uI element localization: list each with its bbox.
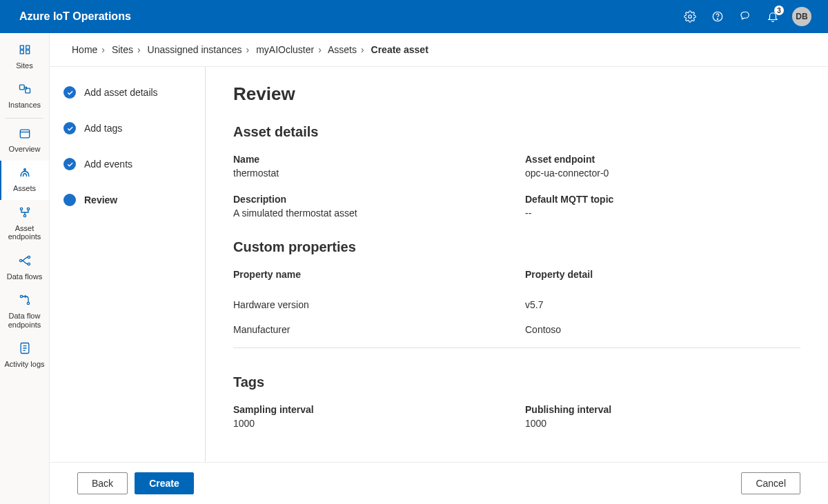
rail-label: Sites [16, 61, 32, 70]
notification-badge: 3 [774, 6, 784, 15]
current-step-icon [63, 194, 76, 206]
custom-prop-name: Hardware version [233, 292, 509, 317]
activity-logs-icon [18, 341, 32, 360]
svg-point-9 [23, 214, 26, 216]
svg-point-14 [27, 303, 29, 305]
rail-label: Assets [13, 184, 36, 193]
app-header: Azure IoT Operations 3 DB [0, 0, 828, 33]
dataflow-endpoints-icon [18, 293, 32, 312]
data-flows-icon [18, 254, 32, 272]
crumb-unassigned[interactable]: Unassigned instances [148, 44, 242, 55]
field-name: Name thermostat [233, 154, 509, 179]
step-label: Add tags [84, 123, 122, 134]
svg-point-6 [23, 169, 26, 171]
rail-item-overview[interactable]: Overview [0, 121, 49, 161]
assets-icon [18, 166, 32, 185]
crumb-home[interactable]: Home [72, 44, 97, 55]
overview-icon [18, 127, 32, 145]
field-publishing-interval: Publishing interval 1000 [525, 404, 800, 429]
help-icon[interactable] [704, 0, 731, 33]
svg-rect-5 [20, 130, 29, 138]
asset-endpoints-icon [18, 205, 32, 224]
page-title: Review [233, 83, 800, 105]
step-label: Review [84, 194, 117, 205]
field-sampling-interval: Sampling interval 1000 [233, 404, 509, 429]
svg-rect-4 [25, 88, 30, 93]
svg-point-12 [28, 263, 30, 265]
check-icon [63, 158, 76, 170]
svg-point-13 [20, 296, 22, 298]
avatar[interactable]: DB [792, 7, 811, 26]
wizard-footer: Back Create Cancel [50, 462, 828, 504]
svg-point-7 [20, 208, 22, 210]
step-add-asset-details[interactable]: Add asset details [63, 86, 191, 99]
custom-prop-name: Manufacturer [233, 317, 509, 342]
rail-item-sites[interactable]: Sites [0, 37, 49, 77]
custom-prop-detail: Contoso [525, 317, 800, 342]
rail-item-dataflow-endpoints[interactable]: Data flow endpoints [0, 288, 49, 336]
instances-icon [18, 82, 32, 101]
check-icon [63, 86, 76, 99]
settings-icon[interactable] [676, 0, 704, 33]
svg-point-0 [689, 15, 692, 19]
rail-label: Data flows [7, 272, 42, 281]
crumb-assets[interactable]: Assets [328, 44, 357, 55]
rail-item-activity-logs[interactable]: Activity logs [0, 336, 49, 375]
rail-label: Data flow endpoints [3, 312, 46, 329]
cancel-button[interactable]: Cancel [741, 472, 800, 494]
svg-point-2 [717, 19, 718, 19]
wizard-stepper: Add asset details Add tags Add events [50, 67, 206, 462]
field-description: Description A simulated thermostat asset [233, 194, 509, 219]
back-button[interactable]: Back [77, 472, 128, 494]
feedback-icon[interactable] [731, 0, 759, 33]
check-icon [63, 122, 76, 134]
rail-label: Overview [9, 145, 41, 154]
breadcrumb: Home› Sites› Unassigned instances› myAIO… [50, 33, 828, 67]
step-add-tags[interactable]: Add tags [63, 122, 191, 134]
step-label: Add asset details [84, 87, 158, 98]
step-review[interactable]: Review [63, 194, 191, 206]
create-button[interactable]: Create [135, 472, 194, 494]
notifications-icon[interactable]: 3 [759, 0, 787, 33]
crumb-sites[interactable]: Sites [112, 44, 133, 55]
custom-prop-col-detail: Property detail [525, 269, 800, 280]
rail-item-asset-endpoints[interactable]: Asset endpoints [0, 200, 49, 248]
brand-title: Azure IoT Operations [19, 10, 131, 23]
field-mqtt-topic: Default MQTT topic -- [525, 194, 800, 219]
step-label: Add events [84, 159, 132, 170]
rail-item-data-flows[interactable]: Data flows [0, 248, 49, 288]
custom-prop-detail: v5.7 [525, 292, 800, 317]
nav-rail: Sites Instances Overview Assets Asset e [0, 33, 50, 504]
custom-properties-heading: Custom properties [233, 239, 800, 255]
field-asset-endpoint: Asset endpoint opc-ua-connector-0 [525, 154, 800, 179]
sites-icon [18, 43, 32, 61]
crumb-cluster[interactable]: myAIOcluster [256, 44, 314, 55]
tags-heading: Tags [233, 374, 800, 390]
svg-rect-3 [19, 85, 24, 90]
review-panel: Review Asset details Name thermostat Ass… [206, 67, 828, 462]
svg-point-10 [19, 259, 21, 261]
rail-label: Instances [8, 101, 41, 110]
custom-properties-table: Property name Property detail Hardware v… [233, 269, 800, 369]
svg-point-11 [28, 256, 30, 258]
custom-prop-col-name: Property name [233, 269, 509, 280]
rail-item-assets[interactable]: Assets [0, 161, 49, 200]
rail-label: Asset endpoints [3, 224, 46, 241]
crumb-current: Create asset [371, 44, 428, 55]
asset-details-heading: Asset details [233, 124, 800, 140]
step-add-events[interactable]: Add events [63, 158, 191, 170]
rail-item-instances[interactable]: Instances [0, 77, 49, 116]
rail-label: Activity logs [4, 360, 44, 369]
svg-point-8 [27, 208, 29, 210]
